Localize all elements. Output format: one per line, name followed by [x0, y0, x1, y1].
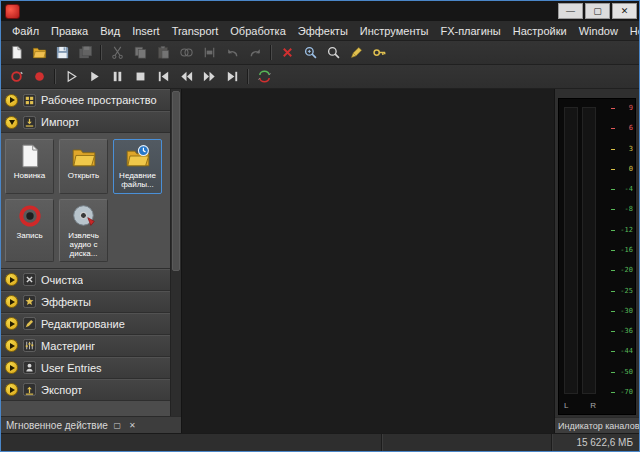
toolbar-separator — [100, 45, 102, 60]
menu-item-5[interactable]: Обработка — [224, 23, 291, 39]
section-header-3[interactable]: Эффекты — [1, 291, 171, 313]
open-file-icon — [32, 45, 47, 60]
save-all-icon — [78, 45, 93, 60]
tile-record-icon — [17, 203, 43, 229]
import-tile-1[interactable]: Открыть — [59, 139, 108, 194]
forward-button[interactable] — [198, 67, 220, 87]
meter-tick — [611, 189, 615, 190]
magnify-icon — [326, 45, 341, 60]
menu-item-0[interactable]: Файл — [6, 23, 45, 39]
new-file-button[interactable] — [5, 43, 27, 63]
minimize-button[interactable]: — — [558, 3, 583, 19]
meter-scale-value: 3 — [617, 146, 633, 153]
menu-item-7[interactable]: Инструменты — [354, 23, 435, 39]
expand-icon[interactable] — [5, 339, 18, 352]
expand-icon[interactable] — [5, 383, 18, 396]
play-button[interactable] — [83, 67, 105, 87]
panel-close-icon[interactable]: ✕ — [127, 420, 138, 431]
section-header-2[interactable]: Очистка — [1, 269, 171, 291]
export-icon — [23, 383, 36, 396]
rewind-button[interactable] — [175, 67, 197, 87]
expand-icon[interactable] — [5, 295, 18, 308]
title-bar: — ▢ ✕ — [1, 1, 639, 21]
panel-maximize-icon[interactable]: ▢ — [112, 420, 123, 431]
copy-icon — [133, 45, 148, 60]
import-tile-2[interactable]: Недавние файлы... — [113, 139, 162, 194]
section-header-7[interactable]: Экспорт — [1, 379, 171, 401]
play-all-button[interactable] — [60, 67, 82, 87]
app-icon — [5, 4, 20, 19]
mix-button[interactable] — [175, 43, 197, 63]
section-header-5[interactable]: Мастеринг — [1, 335, 171, 357]
pause-button[interactable] — [106, 67, 128, 87]
pause-icon — [110, 69, 125, 84]
cut-button[interactable] — [106, 43, 128, 63]
section-header-0[interactable]: Рабочее пространство — [1, 89, 171, 111]
zoom-tool-button[interactable] — [299, 43, 321, 63]
meter-scale-value: -36 — [617, 328, 633, 335]
close-button[interactable]: ✕ — [612, 3, 637, 19]
meter-tick — [611, 311, 615, 312]
maximize-button[interactable]: ▢ — [585, 3, 610, 19]
panel-title: Мгновенное действие — [6, 420, 108, 431]
open-file-button[interactable] — [28, 43, 50, 63]
undo-button[interactable] — [221, 43, 243, 63]
forward-icon — [202, 69, 217, 84]
loop-playback-icon — [257, 69, 272, 84]
import-tile-4[interactable]: Извлечь аудио с диска... — [59, 199, 108, 262]
section-header-1[interactable]: Импорт — [1, 111, 171, 133]
meter-scale-label: -20 — [600, 267, 633, 274]
menu-item-10[interactable]: Window — [573, 23, 624, 39]
meter-scale-label: 3 — [600, 146, 633, 153]
panel-scrollbar[interactable] — [170, 89, 181, 416]
expand-icon[interactable] — [5, 317, 18, 330]
section-header-6[interactable]: User Entries — [1, 357, 171, 379]
expand-icon[interactable] — [5, 361, 18, 374]
menu-item-9[interactable]: Настройки — [507, 23, 573, 39]
panel-scrollbar-thumb[interactable] — [172, 91, 180, 271]
redo-button[interactable] — [244, 43, 266, 63]
go-to-start-button[interactable] — [152, 67, 174, 87]
menu-item-1[interactable]: Правка — [45, 23, 94, 39]
import-tile-3[interactable]: Запись — [5, 199, 54, 262]
import-icon — [23, 116, 36, 129]
chevron-right-icon — [10, 343, 15, 349]
collapse-icon[interactable] — [5, 116, 18, 129]
meter-scale-value: 9 — [617, 105, 633, 112]
loop-playback-button[interactable] — [253, 67, 275, 87]
menu-item-6[interactable]: Эффекты — [292, 23, 354, 39]
trim-button[interactable] — [198, 43, 220, 63]
edit-tool-button[interactable] — [345, 43, 367, 63]
channel-meter[interactable]: LR 9630-4-8-12-16-20-25-30-36-44-50-70 — [558, 98, 636, 415]
copy-button[interactable] — [129, 43, 151, 63]
delete-button[interactable] — [276, 43, 298, 63]
menu-item-8[interactable]: FX-плагины — [434, 23, 506, 39]
meter-scale-label: 0 — [600, 166, 633, 173]
play-all-icon — [64, 69, 79, 84]
expand-icon[interactable] — [5, 273, 18, 286]
new-file-icon — [9, 45, 24, 60]
undo-icon — [225, 45, 240, 60]
menu-item-11[interactable]: Help — [624, 23, 640, 39]
tile-recent-icon — [125, 143, 151, 169]
meter-tick — [611, 250, 615, 251]
stop-button[interactable] — [129, 67, 151, 87]
save-all-button[interactable] — [74, 43, 96, 63]
paste-button[interactable] — [152, 43, 174, 63]
menu-item-3[interactable]: Insert — [126, 23, 166, 39]
magnify-tool-button[interactable] — [322, 43, 344, 63]
menu-item-2[interactable]: Вид — [94, 23, 126, 39]
menu-item-4[interactable]: Transport — [166, 23, 225, 39]
remote-record-button[interactable] — [5, 67, 27, 87]
meter-scale-value: -44 — [617, 348, 633, 355]
chevron-down-icon — [9, 120, 15, 125]
save-button[interactable] — [51, 43, 73, 63]
record-button[interactable] — [28, 67, 50, 87]
import-tile-0[interactable]: Новинка — [5, 139, 54, 194]
meter-scale-label: -50 — [600, 369, 633, 376]
section-header-4[interactable]: Редактирование — [1, 313, 171, 335]
script-button[interactable] — [368, 43, 390, 63]
go-to-end-button[interactable] — [221, 67, 243, 87]
panel-sections-wrap: Рабочее пространствоИмпортНовинкаОткрыть… — [1, 89, 181, 416]
expand-icon[interactable] — [5, 94, 18, 107]
